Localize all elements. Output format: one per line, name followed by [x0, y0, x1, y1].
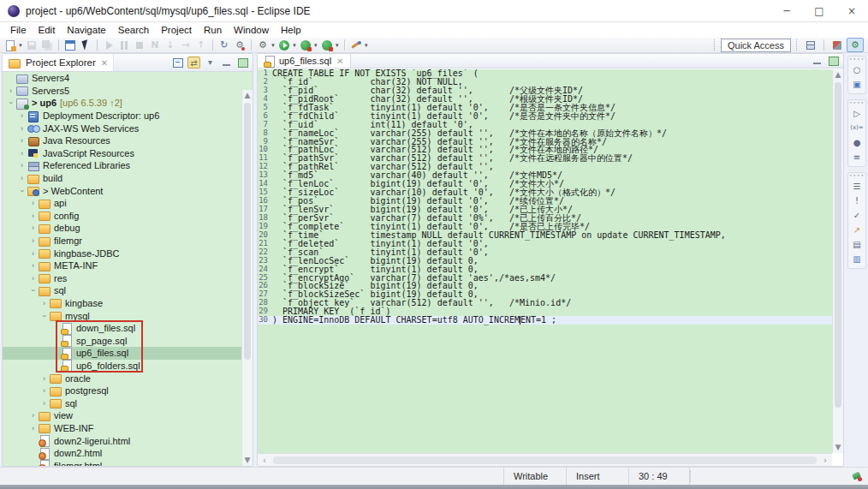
maximize-icon[interactable]: [827, 55, 840, 67]
perspective-javaee-button[interactable]: [829, 38, 845, 52]
variables-view-icon[interactable]: (x)=: [850, 121, 864, 135]
step-over-button[interactable]: [178, 38, 193, 52]
dropdown-caret-icon[interactable]: ▼: [313, 43, 318, 48]
tree-item-mysql[interactable]: ›mysql: [3, 309, 253, 322]
drag-handle-icon[interactable]: ••••: [848, 173, 865, 179]
dropdown-caret-icon[interactable]: ▼: [271, 43, 276, 48]
sync-status-icon[interactable]: [853, 472, 862, 481]
quick-access-button[interactable]: Quick Access: [721, 39, 791, 52]
perspective-current-button[interactable]: [847, 38, 864, 52]
tree-item-webcontent[interactable]: ›> WebContent: [3, 184, 253, 197]
open-console-button[interactable]: [62, 38, 78, 52]
expand-arrow-icon[interactable]: ›: [17, 149, 27, 158]
editor-vertical-scrollbar[interactable]: ▲ ▼: [832, 69, 843, 453]
servers-view-icon[interactable]: ▤: [850, 237, 864, 252]
explorer-scrollbar[interactable]: ▲ ▼: [241, 90, 253, 466]
minimize-icon[interactable]: [220, 57, 233, 69]
tab-close-icon[interactable]: ✕: [336, 57, 343, 66]
menu-project[interactable]: Project: [155, 25, 198, 35]
maximize-button[interactable]: □: [803, 0, 835, 21]
minimize-icon[interactable]: [811, 55, 823, 67]
scroll-down-icon[interactable]: ▼: [833, 442, 843, 453]
tree-item-sql[interactable]: ›sql: [3, 284, 253, 297]
search-icon[interactable]: ○: [850, 63, 864, 77]
expand-arrow-icon[interactable]: ›: [28, 224, 38, 232]
menu-file[interactable]: File: [4, 25, 33, 35]
expand-arrow-icon[interactable]: ›: [28, 274, 38, 283]
tree-item-down2-ligerui-html[interactable]: down2-ligerui.html: [3, 434, 253, 447]
menu-search[interactable]: Search: [112, 25, 155, 35]
minimize-button[interactable]: ─: [770, 0, 803, 21]
expand-arrow-icon[interactable]: ›: [39, 399, 49, 408]
tree-item-sp-page-sql[interactable]: sp_page.sql: [3, 334, 253, 347]
console-view-icon[interactable]: ▣: [850, 77, 864, 92]
search-button[interactable]: [232, 38, 247, 52]
resume-button[interactable]: [101, 38, 116, 52]
tree-item-up6-folders-sql[interactable]: up6_folders.sql: [3, 360, 253, 373]
tree-item-jax-ws-web-services[interactable]: ›JAX-WS Web Services: [3, 122, 253, 134]
tree-item-postgresql[interactable]: ›postgresql: [3, 385, 253, 397]
last-edit-location-button[interactable]: [217, 38, 232, 52]
link-with-editor-icon[interactable]: [187, 57, 200, 69]
drag-handle-icon[interactable]: ••••: [848, 57, 865, 63]
expand-arrow-icon[interactable]: ›: [28, 236, 38, 245]
tree-item-down-files-sql[interactable]: down_files.sql: [3, 322, 253, 335]
expand-arrow-icon[interactable]: ›: [28, 261, 38, 270]
run-button[interactable]: ▼: [276, 38, 298, 52]
outline-view-icon[interactable]: ☰: [850, 179, 864, 194]
menu-window[interactable]: Window: [228, 25, 275, 35]
scroll-up-icon[interactable]: ▲: [833, 69, 843, 81]
tree-item-up6-files-sql[interactable]: up6_files.sql: [3, 347, 253, 360]
dropdown-caret-icon[interactable]: ▼: [364, 43, 369, 48]
coverage-button[interactable]: ▼: [298, 38, 319, 52]
editor-horizontal-scrollbar[interactable]: ‹ ›: [258, 453, 832, 466]
terminate-button[interactable]: [132, 38, 147, 52]
tree-item-down2-html[interactable]: down2.html: [3, 447, 253, 460]
launch-button[interactable]: ▼: [348, 38, 370, 52]
scroll-thumb[interactable]: [244, 103, 251, 360]
tree-item-build[interactable]: ›build: [3, 172, 253, 185]
view-close-icon[interactable]: ✕: [101, 58, 108, 68]
tree-item-view[interactable]: ›view: [3, 409, 253, 422]
problems-view-icon[interactable]: !: [850, 194, 864, 208]
terminal-view-icon[interactable]: ▥: [850, 252, 864, 266]
tree-item-api[interactable]: ›api: [3, 197, 253, 210]
tree-item-filemgr-html[interactable]: filemgr.html: [3, 459, 253, 466]
expand-arrow-icon[interactable]: ›: [28, 424, 38, 432]
view-menu-icon[interactable]: [204, 57, 217, 69]
tab-project-explorer[interactable]: Project Explorer ✕: [3, 54, 114, 71]
save-button[interactable]: [24, 38, 39, 52]
save-all-button[interactable]: [39, 38, 55, 52]
tree-item-config[interactable]: ›config: [3, 210, 253, 223]
snippets-view-icon[interactable]: ↗: [850, 223, 864, 237]
tab-up6-files-sql[interactable]: up6_files.sql ✕: [258, 54, 351, 68]
tree-item-referenced-libraries[interactable]: ›Referenced Libraries: [3, 159, 253, 172]
expand-arrow-icon[interactable]: ›: [28, 199, 38, 207]
tree-item-debug[interactable]: ›debug: [3, 222, 253, 235]
scroll-left-icon[interactable]: ‹: [258, 454, 271, 467]
tree-item-servers4[interactable]: Servers4: [3, 72, 253, 85]
expand-arrow-icon[interactable]: ›: [6, 86, 15, 95]
tree-item-java-resources[interactable]: ›Java Resources: [3, 134, 253, 147]
profile-button[interactable]: ▼: [319, 38, 341, 52]
scroll-down-icon[interactable]: ▼: [242, 455, 253, 466]
menu-help[interactable]: Help: [275, 25, 307, 35]
dropdown-caret-icon[interactable]: ▼: [292, 43, 297, 48]
menu-navigate[interactable]: Navigate: [61, 25, 111, 35]
tree-item-deployment-descriptor-up6[interactable]: ›Deployment Descriptor: up6: [3, 110, 253, 122]
suspend-button[interactable]: [116, 38, 132, 52]
mark-occurrences-button[interactable]: [78, 38, 93, 52]
tree-item-sql[interactable]: ›sql: [3, 397, 253, 409]
expand-arrow-icon[interactable]: ›: [39, 374, 49, 383]
expand-arrow-icon[interactable]: ›: [39, 386, 49, 395]
tree-item-kingbase-jdbc[interactable]: ›kingbase-JDBC: [3, 247, 253, 259]
collapse-arrow-icon[interactable]: ›: [18, 186, 27, 195]
expand-arrow-icon[interactable]: ›: [39, 299, 49, 307]
dropdown-caret-icon[interactable]: ▼: [18, 43, 23, 48]
tree-item-kingbase[interactable]: ›kingbase: [3, 297, 253, 310]
expand-arrow-icon[interactable]: ›: [17, 111, 27, 120]
breakpoints-view-icon[interactable]: ●: [850, 135, 864, 150]
tree-item-javascript-resources[interactable]: ›JavaScript Resources: [3, 147, 253, 160]
collapse-arrow-icon[interactable]: ›: [40, 311, 49, 320]
step-return-button[interactable]: [193, 38, 209, 52]
